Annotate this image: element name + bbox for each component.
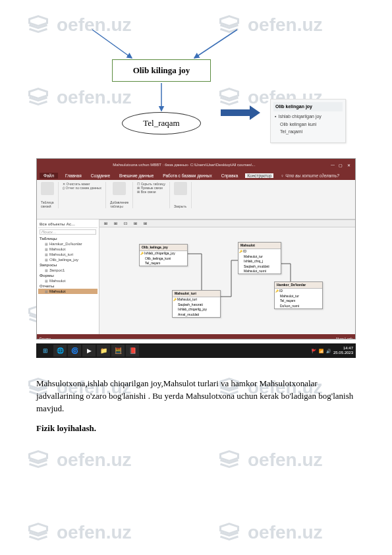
diagram-rect-box: Olib kilinga joy: [112, 59, 211, 82]
window-title: Mahsulotxona uchun MBBT : база данных- C…: [40, 163, 329, 167]
relationships-canvas[interactable]: ⊞⊞⊡⊞⊞ Olib_kelinga_joyIshlab_chiqarilga_…: [99, 219, 355, 334]
status-right: Num Lock: [336, 337, 352, 340]
tray-flag-icon[interactable]: 🚩: [312, 349, 316, 353]
svg-line-1: [194, 30, 237, 58]
navigation-pane[interactable]: Все объекты Ac… Поиск… ТаблицыHamkor_Do'…: [37, 219, 99, 334]
ribbon-group[interactable]: ☐ Скрыть таблицу⊞ Прямые связи⊞ Все связ…: [137, 182, 170, 208]
svg-line-0: [92, 30, 132, 58]
mini-table-row: Ishlab chiqarilgan joy: [273, 113, 343, 121]
ribbon-group[interactable]: Добавлениетаблицы: [110, 182, 133, 208]
tab-file[interactable]: Файл: [40, 173, 58, 179]
clock-time: 14:47: [333, 346, 353, 351]
minimize-button[interactable]: —: [329, 163, 337, 167]
taskbar-clock[interactable]: 14:47 25.05.2023: [333, 346, 353, 355]
system-tray[interactable]: 🚩 📶 🔊 14:47 25.05.2023: [312, 346, 353, 355]
db-table-box[interactable]: Mahsulot_turiMahsulot_turiSaqlash_harora…: [172, 290, 221, 318]
ribbon-body: Таблицасвязей✕ Очистить макет⎙ Отчет по …: [37, 180, 355, 219]
tab-help[interactable]: Справка: [219, 173, 240, 178]
ribbon-tabs: Файл Главная Создание Внешние данные Раб…: [37, 171, 355, 180]
ribbon-group[interactable]: Таблицасвязей: [41, 182, 59, 208]
nav-section-header[interactable]: Формы: [38, 273, 98, 278]
nav-item[interactable]: Mahsulot: [38, 247, 98, 252]
tab-home[interactable]: Главная: [63, 173, 84, 178]
tab-create[interactable]: Создание: [89, 173, 112, 178]
nav-item[interactable]: Mahsulot_turi: [38, 252, 98, 257]
tab-design[interactable]: Конструктор: [245, 173, 273, 178]
nav-section-header[interactable]: Отчеты: [38, 283, 98, 289]
object-tab[interactable]: ⊞: [132, 221, 139, 225]
nav-item[interactable]: Mahsulot: [38, 278, 98, 283]
object-tab[interactable]: ⊡: [122, 221, 129, 225]
access-screenshot: Mahsulotxona uchun MBBT : база данных- C…: [36, 158, 356, 339]
close-button[interactable]: ✕: [345, 163, 352, 167]
mini-table-row: Olib kelingan kuni: [273, 121, 343, 129]
tab-external[interactable]: Внешние данные: [117, 173, 155, 178]
taskbar-app-icon[interactable]: 📕: [126, 345, 139, 357]
tell-me-input[interactable]: ♀ Что вы хотите сделать?: [279, 173, 341, 178]
db-table-box[interactable]: MahsulotIDMahsulot_turIshlab_chiq_jSaqla…: [238, 242, 281, 274]
windows-taskbar: ⊞🌐🌀▶📁🧮📕 🚩 📶 🔊 14:47 25.05.2023: [36, 343, 356, 358]
nav-title: Все объекты Ac…: [38, 221, 98, 228]
body-paragraph: Mahsulotxona,ishlab chiqarilgan joy,Mahs…: [36, 378, 356, 415]
taskbar-app-icon[interactable]: 🌀: [68, 345, 81, 357]
ribbon-group[interactable]: ✕ Очистить макет⎙ Отчет по схеме данных: [63, 182, 106, 208]
taskbar-app-icon[interactable]: 🌐: [53, 345, 67, 357]
nav-section-header[interactable]: Запросы: [38, 262, 98, 268]
db-table-box[interactable]: Hamkor_Do'konlarIDMahsulot_turTel_raqamD…: [274, 281, 323, 309]
nav-section-header[interactable]: Таблицы: [38, 236, 98, 241]
tray-volume-icon[interactable]: 🔊: [326, 349, 331, 353]
mini-table-row: Tel_raqami: [273, 128, 343, 136]
object-tab[interactable]: ⊞: [142, 221, 149, 225]
nav-item[interactable]: Hamkor_Do'konlar: [38, 241, 98, 247]
db-table-box[interactable]: Olib_kelinga_joyIshlab_chiqarilga_joyOli…: [139, 244, 188, 266]
taskbar-app-icon[interactable]: 📁: [97, 345, 110, 357]
section-heading: Fizik loyihalash.: [36, 423, 356, 434]
mini-table-preview: Olib kelingan joy Ishlab chiqarilgan joy…: [270, 99, 346, 143]
status-left: Готово: [40, 337, 51, 340]
relationship-lines: [99, 227, 355, 334]
tab-dbtools[interactable]: Работа с базами данных: [161, 173, 213, 178]
object-tabs: ⊞⊞⊡⊞⊞: [99, 220, 355, 227]
nav-search-input[interactable]: Поиск…: [40, 229, 96, 235]
flow-diagram: Olib kilinga joy Tel_raqam Olib kelingan…: [36, 26, 356, 145]
nav-item[interactable]: Запрос1: [38, 268, 98, 273]
nav-item[interactable]: Mahsulot: [38, 289, 98, 294]
start-button[interactable]: ⊞: [39, 345, 52, 357]
big-arrow-icon: [221, 105, 260, 120]
tray-network-icon[interactable]: 📶: [319, 349, 323, 353]
mini-table-title: Olib kelingan joy: [273, 102, 343, 111]
object-tab[interactable]: ⊞: [102, 221, 109, 225]
diagram-ellipse-box: Tel_raqam: [122, 112, 201, 134]
nav-item[interactable]: Olib_kelinga_joy: [38, 257, 98, 262]
window-titlebar: Mahsulotxona uchun MBBT : база данных- C…: [37, 159, 355, 171]
ribbon-group[interactable]: Закрыть: [174, 182, 192, 208]
object-tab[interactable]: ⊞: [112, 221, 119, 225]
taskbar-app-icon[interactable]: ▶: [82, 345, 96, 357]
maximize-button[interactable]: ▢: [337, 163, 345, 167]
status-bar: Готово Num Lock: [37, 334, 355, 339]
clock-date: 25.05.2023: [333, 351, 353, 355]
taskbar-app-icon[interactable]: 🧮: [111, 345, 125, 357]
